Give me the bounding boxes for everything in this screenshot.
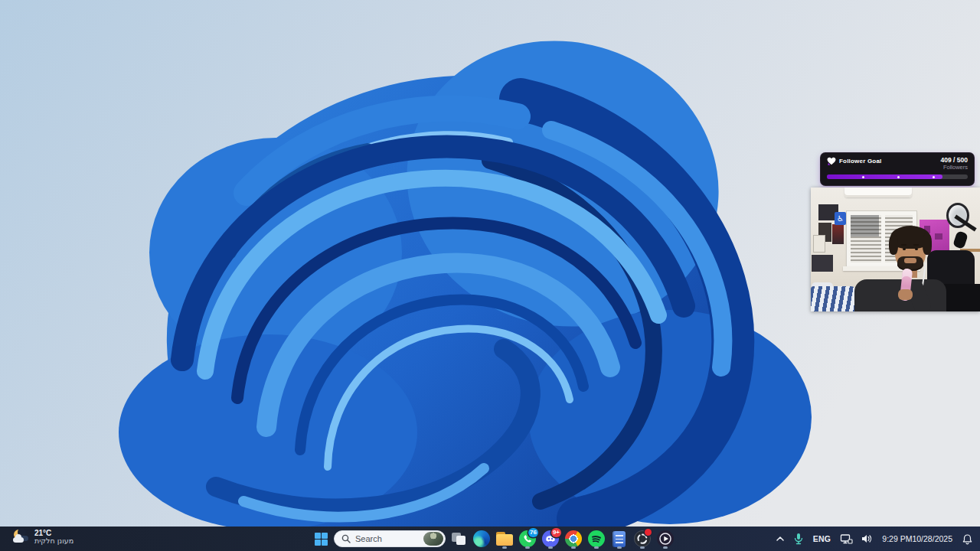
- follower-goal-title: Follower Goal: [839, 158, 882, 165]
- search-icon: [341, 534, 351, 543]
- taskbar-app-edge[interactable]: [471, 528, 492, 549]
- notification-center-button[interactable]: [958, 528, 977, 549]
- air-conditioner: [844, 187, 912, 197]
- search-highlight-image[interactable]: [423, 532, 443, 546]
- follower-progress-track: [827, 174, 968, 179]
- clock[interactable]: 9:29 PM 10/28/2025: [877, 528, 958, 549]
- desktop[interactable]: Follower Goal 409 / 500 Followers ♿: [0, 0, 980, 551]
- studio-microphone: [952, 230, 969, 249]
- taskbar-app-whatsapp[interactable]: 76: [517, 528, 537, 549]
- microphone-in-use-button[interactable]: [789, 528, 808, 549]
- moon-clouds-icon: [12, 529, 29, 546]
- follower-progress-fill: [827, 174, 942, 179]
- windows-start-icon: [315, 533, 328, 546]
- search-input[interactable]: [355, 534, 416, 543]
- streamer-eye: [915, 248, 918, 250]
- taskbar-app-discord[interactable]: 9+: [540, 528, 560, 549]
- speaker-icon: [861, 533, 873, 544]
- task-view-icon: [452, 533, 466, 545]
- progress-marker-50: [897, 176, 900, 178]
- running-indicator: [594, 546, 599, 549]
- wall-art: [813, 235, 825, 253]
- follower-goal-widget: Follower Goal 409 / 500 Followers: [821, 153, 974, 185]
- media-player-icon: [657, 530, 674, 547]
- webcam-feed: ♿: [811, 187, 980, 311]
- discord-badge: 9+: [551, 528, 561, 537]
- running-indicator: [571, 546, 576, 549]
- wall-frame: [812, 255, 833, 272]
- heart-follow-icon: [827, 157, 836, 165]
- notification-bell-icon: [962, 533, 973, 545]
- taskbar-app-chrome[interactable]: [563, 528, 583, 549]
- taskbar-app-media-player[interactable]: [655, 528, 675, 549]
- taskbar-app-spotify[interactable]: [586, 528, 606, 549]
- tray-date: 10/28/2025: [912, 534, 952, 543]
- accessibility-sign: ♿: [835, 212, 846, 225]
- whatsapp-badge: 76: [528, 528, 538, 537]
- running-indicator: [502, 546, 507, 549]
- file-explorer-icon: [496, 532, 513, 546]
- progress-marker-25: [862, 176, 864, 178]
- tray-time: 9:29 PM: [882, 534, 912, 543]
- spotify-icon: [588, 530, 605, 547]
- hidden-icons-button[interactable]: [771, 528, 789, 549]
- running-indicator: [663, 546, 668, 549]
- taskbar-app-notepad[interactable]: [609, 528, 629, 549]
- task-view-button[interactable]: [448, 528, 469, 549]
- network-display-icon: [840, 533, 853, 545]
- progress-marker-75: [933, 176, 935, 178]
- search-box[interactable]: [334, 530, 446, 547]
- streamer-eye: [903, 248, 906, 250]
- notepad-icon: [612, 531, 626, 547]
- running-indicator: [525, 546, 530, 549]
- volume-button[interactable]: [857, 528, 877, 549]
- edge-icon: [473, 530, 490, 547]
- running-indicator: [617, 546, 622, 549]
- microphone-active-icon: [793, 533, 804, 545]
- weather-condition: מעונן חלקית: [34, 537, 74, 545]
- chevron-up-icon: [775, 533, 786, 544]
- running-indicator: [640, 546, 645, 549]
- obs-alert-badge: [645, 529, 652, 536]
- wall-poster: [832, 224, 844, 244]
- chrome-icon: [565, 530, 582, 547]
- taskbar-app-file-explorer[interactable]: [494, 528, 514, 549]
- weather-widget-button[interactable]: 21°C מעונן חלקית: [8, 527, 78, 548]
- striped-bedding: [811, 286, 857, 311]
- start-button[interactable]: [311, 528, 332, 549]
- network-button[interactable]: [836, 528, 857, 549]
- follower-unit-label: Followers: [941, 164, 968, 171]
- taskbar-app-obs[interactable]: [632, 528, 652, 549]
- streamer-hand: [898, 289, 913, 300]
- taskbar: 21°C מעונן חלקית: [0, 527, 980, 551]
- language-indicator[interactable]: ENG: [808, 528, 837, 549]
- running-indicator: [548, 546, 553, 549]
- follower-count: 409 / 500: [941, 157, 968, 164]
